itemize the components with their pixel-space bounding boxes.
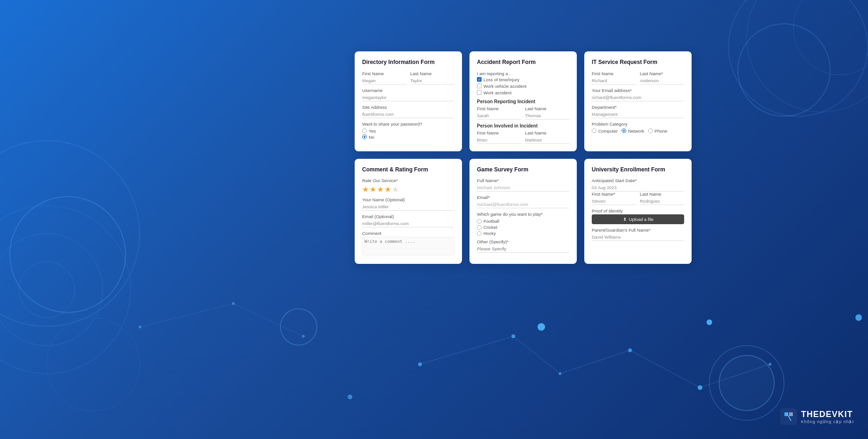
- svg-point-24: [139, 326, 141, 328]
- hocky-radio[interactable]: [477, 231, 482, 236]
- university-form-title: University Enrollment Form: [592, 166, 684, 174]
- it-computer-option[interactable]: Computer: [592, 128, 618, 134]
- it-problem-label: Problem Category: [592, 121, 684, 127]
- accident-checkbox3[interactable]: [477, 90, 482, 95]
- it-phone-radio[interactable]: [648, 128, 653, 133]
- star-4[interactable]: ★: [385, 185, 391, 194]
- game-question-label: Which game do you want to play*: [477, 212, 569, 217]
- svg-point-13: [511, 334, 515, 338]
- game-email-input[interactable]: [477, 201, 569, 208]
- univ-first-name-input[interactable]: [592, 198, 636, 205]
- directory-no-radio[interactable]: [362, 135, 367, 139]
- bg-circle-3: [728, 0, 868, 117]
- directory-site-input[interactable]: [362, 111, 455, 118]
- star-2[interactable]: ★: [370, 185, 376, 194]
- logo-area: THEDEVKIT Không ngừng cập nhật: [780, 408, 854, 425]
- star-3[interactable]: ★: [377, 185, 384, 194]
- svg-point-19: [538, 323, 545, 331]
- game-full-name-input[interactable]: [477, 184, 569, 191]
- commenter-name-input[interactable]: [362, 203, 455, 211]
- it-network-option[interactable]: Network: [622, 128, 644, 134]
- university-form: University Enrollment Form Anticipated S…: [584, 159, 692, 264]
- accident-option2[interactable]: Work vehicle accident: [477, 84, 569, 89]
- accident-form: Accident Report Form I am reporting a : …: [469, 51, 577, 151]
- comment-rating-form: Comment & Rating Form Rate Our Service* …: [355, 159, 462, 264]
- it-last-name-input[interactable]: [640, 77, 684, 85]
- forms-grid: Directory Information Form First Name La…: [355, 51, 692, 264]
- directory-last-name-input[interactable]: [410, 77, 455, 85]
- it-dept-label: Department*: [592, 105, 684, 110]
- it-phone-option[interactable]: Phone: [648, 128, 667, 134]
- rate-service-label: Rate Our Service*: [362, 178, 455, 183]
- univ-start-date-input[interactable]: [592, 184, 684, 191]
- bg-circle-6: [280, 308, 317, 346]
- svg-point-2: [19, 262, 75, 318]
- it-dept-input[interactable]: [592, 111, 684, 118]
- svg-point-18: [707, 319, 712, 325]
- directory-yes-option[interactable]: Yes: [362, 128, 455, 134]
- accident-reporter-last-input[interactable]: [525, 112, 569, 120]
- accident-reporter-section: Person Reporting Incident: [477, 99, 569, 104]
- accident-reporter-last-label: Last Name: [525, 106, 569, 111]
- directory-no-option[interactable]: No: [362, 135, 455, 140]
- bg-circle-4: [737, 23, 831, 117]
- cricket-option[interactable]: Cricket: [477, 225, 569, 230]
- bg-circle-1: [0, 140, 140, 327]
- directory-username-input[interactable]: [362, 94, 455, 101]
- svg-point-21: [855, 314, 862, 321]
- commenter-email-label: Email (Optional): [362, 214, 455, 219]
- upload-file-button[interactable]: Upload a file: [592, 214, 684, 224]
- it-first-name-input[interactable]: [592, 77, 636, 85]
- univ-proof-label: Proof of Identity: [592, 208, 684, 213]
- cricket-radio[interactable]: [477, 225, 482, 230]
- svg-point-12: [418, 362, 422, 366]
- directory-last-name-label: Last Name: [410, 71, 455, 76]
- directory-share-label: Want to share your password?: [362, 121, 455, 127]
- football-radio[interactable]: [477, 219, 482, 224]
- it-last-name-label: Last Name*: [640, 71, 684, 76]
- svg-line-11: [700, 364, 770, 388]
- univ-last-name-input[interactable]: [640, 198, 684, 205]
- svg-point-17: [769, 363, 771, 366]
- hocky-option[interactable]: Hocky: [477, 231, 569, 236]
- it-email-input[interactable]: [592, 94, 684, 101]
- svg-point-20: [348, 395, 352, 399]
- it-computer-radio[interactable]: [592, 128, 596, 133]
- univ-first-name-label: First Name*: [592, 191, 636, 197]
- star-1[interactable]: ★: [362, 185, 369, 194]
- accident-reporting-label: I am reporting a :: [477, 71, 569, 76]
- football-option[interactable]: Football: [477, 219, 569, 224]
- star-5[interactable]: ★: [392, 185, 399, 194]
- accident-involved-last-input[interactable]: [525, 136, 569, 144]
- comment-rating-form-title: Comment & Rating Form: [362, 166, 455, 174]
- univ-start-date-label: Anticipated Start Date*: [592, 178, 684, 183]
- directory-username-label: Username: [362, 88, 455, 93]
- accident-option3[interactable]: Work accident: [477, 90, 569, 95]
- game-full-name-label: Full Name*: [477, 178, 569, 183]
- commenter-email-input[interactable]: [362, 220, 455, 227]
- svg-rect-28: [789, 412, 793, 416]
- comment-textarea[interactable]: [362, 237, 455, 255]
- star-rating[interactable]: ★ ★ ★ ★ ★: [362, 185, 455, 194]
- accident-checkbox2[interactable]: [477, 84, 482, 88]
- bg-circle-5: [719, 355, 775, 411]
- accident-involved-first-input[interactable]: [477, 136, 521, 144]
- game-other-input[interactable]: [477, 245, 569, 253]
- svg-line-9: [560, 350, 630, 374]
- accident-option1[interactable]: ✓ Loss of time/Injury: [477, 77, 569, 82]
- univ-parent-input[interactable]: [592, 234, 684, 241]
- accident-reporter-first-input[interactable]: [477, 112, 521, 120]
- game-survey-form: Game Survey Form Full Name* Email* Which…: [469, 159, 577, 264]
- accident-form-title: Accident Report Form: [477, 59, 569, 66]
- upload-icon: [623, 217, 627, 222]
- logo-main-text: THEDEVKIT: [801, 410, 854, 419]
- directory-yes-radio[interactable]: [362, 128, 367, 133]
- it-network-radio[interactable]: [622, 128, 626, 133]
- it-problem-radio: Computer Network Phone: [592, 128, 684, 135]
- logo-svg: [783, 411, 794, 422]
- directory-first-name-input[interactable]: [362, 77, 406, 85]
- accident-checkbox1[interactable]: ✓: [477, 77, 482, 82]
- svg-point-25: [232, 302, 235, 305]
- svg-point-0: [0, 205, 131, 374]
- game-email-label: Email*: [477, 195, 569, 200]
